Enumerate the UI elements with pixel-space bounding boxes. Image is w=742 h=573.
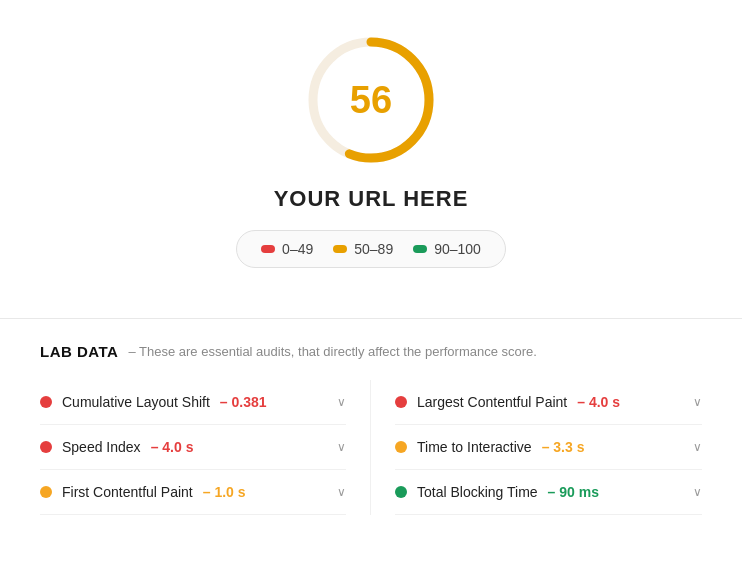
metric-name-tbt: Total Blocking Time bbox=[417, 484, 538, 500]
chevron-tbt: ∨ bbox=[693, 485, 702, 499]
score-circle: 56 bbox=[301, 30, 441, 170]
legend-item-red: 0–49 bbox=[261, 241, 313, 257]
legend-dot-green bbox=[413, 245, 427, 253]
chevron-si: ∨ bbox=[337, 440, 346, 454]
metric-value-cls: – 0.381 bbox=[220, 394, 267, 410]
legend-item-green: 90–100 bbox=[413, 241, 481, 257]
legend-dot-orange bbox=[333, 245, 347, 253]
metric-left-cls: Cumulative Layout Shift – 0.381 bbox=[40, 394, 267, 410]
chevron-fcp: ∨ bbox=[337, 485, 346, 499]
metric-left-lcp: Largest Contentful Paint – 4.0 s bbox=[395, 394, 620, 410]
metric-name-si: Speed Index bbox=[62, 439, 141, 455]
metrics-grid: Cumulative Layout Shift – 0.381 ∨ Speed … bbox=[40, 380, 702, 515]
chevron-cls: ∨ bbox=[337, 395, 346, 409]
metric-left-fcp: First Contentful Paint – 1.0 s bbox=[40, 484, 246, 500]
metric-dot-tbt bbox=[395, 486, 407, 498]
legend-label-red: 0–49 bbox=[282, 241, 313, 257]
chevron-lcp: ∨ bbox=[693, 395, 702, 409]
legend-item-orange: 50–89 bbox=[333, 241, 393, 257]
legend-label-green: 90–100 bbox=[434, 241, 481, 257]
metric-left-tbt: Total Blocking Time – 90 ms bbox=[395, 484, 599, 500]
metric-name-cls: Cumulative Layout Shift bbox=[62, 394, 210, 410]
metric-value-lcp: – 4.0 s bbox=[577, 394, 620, 410]
metric-value-si: – 4.0 s bbox=[151, 439, 194, 455]
metric-cumulative-layout-shift[interactable]: Cumulative Layout Shift – 0.381 ∨ bbox=[40, 380, 346, 425]
metric-name-tti: Time to Interactive bbox=[417, 439, 532, 455]
lab-subtitle: – These are essential audits, that direc… bbox=[128, 344, 537, 359]
metric-first-contentful-paint[interactable]: First Contentful Paint – 1.0 s ∨ bbox=[40, 470, 346, 515]
lab-header: LAB DATA – These are essential audits, t… bbox=[40, 343, 702, 360]
legend-label-orange: 50–89 bbox=[354, 241, 393, 257]
legend: 0–49 50–89 90–100 bbox=[236, 230, 506, 268]
metric-time-to-interactive[interactable]: Time to Interactive – 3.3 s ∨ bbox=[395, 425, 702, 470]
chevron-tti: ∨ bbox=[693, 440, 702, 454]
metric-dot-tti bbox=[395, 441, 407, 453]
legend-dot-red bbox=[261, 245, 275, 253]
lab-title: LAB DATA bbox=[40, 343, 118, 360]
metric-name-lcp: Largest Contentful Paint bbox=[417, 394, 567, 410]
metric-value-fcp: – 1.0 s bbox=[203, 484, 246, 500]
metric-largest-contentful-paint[interactable]: Largest Contentful Paint – 4.0 s ∨ bbox=[395, 380, 702, 425]
metric-left-tti: Time to Interactive – 3.3 s bbox=[395, 439, 584, 455]
metric-speed-index[interactable]: Speed Index – 4.0 s ∨ bbox=[40, 425, 346, 470]
metrics-col-right: Largest Contentful Paint – 4.0 s ∨ Time … bbox=[371, 380, 702, 515]
metric-dot-fcp bbox=[40, 486, 52, 498]
metric-value-tti: – 3.3 s bbox=[542, 439, 585, 455]
lab-section: LAB DATA – These are essential audits, t… bbox=[0, 319, 742, 535]
top-section: 56 YOUR URL HERE 0–49 50–89 90–100 bbox=[0, 0, 742, 298]
score-value: 56 bbox=[350, 79, 392, 122]
metric-dot-si bbox=[40, 441, 52, 453]
metric-dot-cls bbox=[40, 396, 52, 408]
metric-name-fcp: First Contentful Paint bbox=[62, 484, 193, 500]
metric-value-tbt: – 90 ms bbox=[548, 484, 599, 500]
metric-total-blocking-time[interactable]: Total Blocking Time – 90 ms ∨ bbox=[395, 470, 702, 515]
metric-left-si: Speed Index – 4.0 s bbox=[40, 439, 193, 455]
url-title: YOUR URL HERE bbox=[274, 186, 469, 212]
metric-dot-lcp bbox=[395, 396, 407, 408]
metrics-col-left: Cumulative Layout Shift – 0.381 ∨ Speed … bbox=[40, 380, 371, 515]
